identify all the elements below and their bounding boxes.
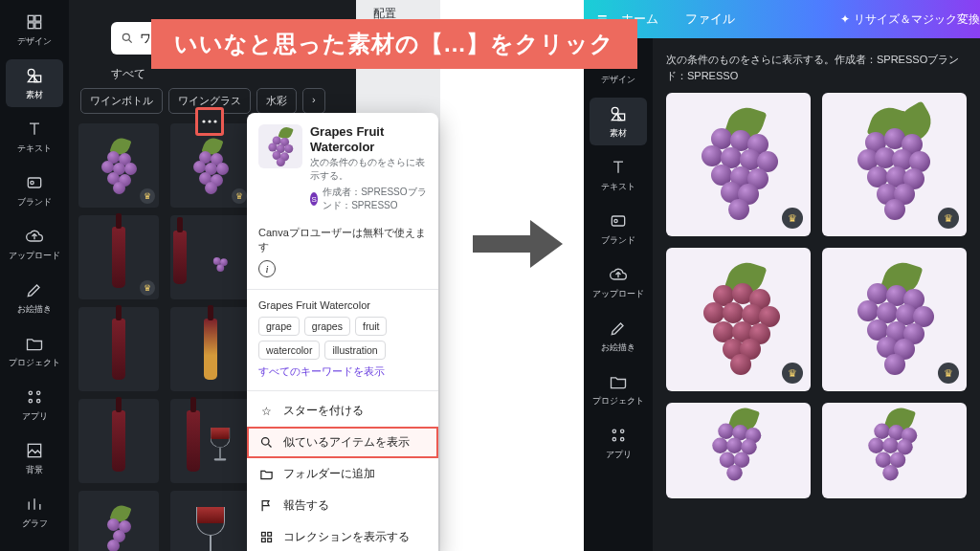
similar-thumb[interactable]: ♛ [666,248,811,391]
top-resize-magic[interactable]: リサイズ＆マジック変換 [840,11,980,28]
popup-condition[interactable]: 次の条件のものをさらに表示する。 [310,156,427,183]
element-context-popup: Grapes Fruit Watercolor 次の条件のものをさらに表示する。… [247,113,438,551]
svg-rect-2 [28,23,33,29]
rail-draw[interactable]: お絵描き [6,274,63,321]
similar-thumb[interactable] [666,403,811,498]
rail-brand[interactable]: ブランド [6,166,63,214]
tag[interactable]: watercolor [258,341,320,360]
element-thumb[interactable] [170,399,251,483]
rail-label: 素材 [610,127,627,140]
rail-upload[interactable]: アップロード [590,258,647,306]
element-thumb[interactable] [78,399,159,483]
popup-author[interactable]: S 作成者：SPRESSOブランド：SPRESSO [310,186,427,212]
pencil-icon [608,318,629,339]
svg-point-26 [612,107,618,114]
menu-show-similar[interactable]: 似ているアイテムを表示 [247,427,438,458]
filter-all[interactable]: すべて [111,66,145,82]
chip-wine-bottle[interactable]: ワインボトル [80,88,163,114]
cloud-upload-icon [608,264,629,285]
rail-projects[interactable]: プロジェクト [590,365,647,413]
apps-icon [24,386,45,408]
popup-thumbnail [258,124,302,168]
pro-crown-icon: ♛ [782,363,803,384]
rail-text[interactable]: テキスト [6,113,63,161]
popup-pro-note: Canvaプロユーザーは無料で使えます [247,220,438,256]
rail-label: 背景 [26,464,43,476]
element-thumb[interactable] [78,491,159,551]
svg-point-9 [37,391,40,394]
shapes-icon [24,65,45,86]
show-all-keywords-link[interactable]: すべてのキーワードを表示 [247,365,438,386]
svg-point-32 [612,438,615,441]
chip-watercolor[interactable]: 水彩 [256,88,297,114]
rail-text[interactable]: テキスト [590,151,647,199]
similar-thumb[interactable]: ♛ [822,93,967,236]
svg-point-7 [31,181,33,184]
element-thumb[interactable]: ♛ [78,215,159,299]
similar-thumb[interactable] [822,403,967,498]
similar-thumb[interactable]: ♛ [666,93,811,236]
right-topbar: ≡ ホーム ファイル リサイズ＆マジック変換 [584,0,980,38]
rail-design[interactable]: デザイン [6,6,63,54]
svg-point-10 [29,400,32,403]
element-thumb[interactable]: ♛ [78,123,159,208]
author-line: 作成者：SPRESSOブランド：SPRESSO [323,186,427,212]
rail-label: ブランド [601,234,635,247]
menu-add-folder[interactable]: フォルダーに追加 [247,458,438,490]
popup-info-button[interactable]: i [247,256,438,285]
rail-label: グラフ [22,518,48,530]
similar-grid: ♛ ♛ ♛ [653,93,980,498]
pro-crown-icon: ♛ [938,208,959,229]
search-icon [121,32,134,45]
apps-icon [608,425,629,446]
rail-apps[interactable]: アプリ [590,419,647,467]
rail-label: 素材 [26,89,43,101]
rail-upload[interactable]: アップロード [6,220,63,268]
pro-crown-icon: ♛ [140,188,155,204]
element-more-button[interactable] [195,107,224,136]
svg-point-29 [614,219,617,222]
tag[interactable]: fruit [355,317,388,336]
tag[interactable]: illustration [324,341,385,360]
menu-label: コレクションを表示する [283,529,410,545]
search-icon [258,435,274,451]
element-thumb[interactable] [78,307,159,391]
rail-label: プロジェクト [9,357,60,369]
similar-thumb[interactable]: ♛ [822,248,967,391]
rail-label: デザイン [17,35,52,48]
rail-label: お絵描き [17,303,52,316]
rail-label: デザイン [601,74,635,86]
brand-icon [24,172,45,193]
rail-elements[interactable]: 素材 [590,98,647,145]
menu-collection[interactable]: コレクションを表示する [247,521,438,551]
tag[interactable]: grapes [304,317,350,336]
element-thumb[interactable] [170,307,251,391]
element-thumb[interactable] [170,215,251,299]
pencil-icon [24,279,45,300]
rail-label: テキスト [601,181,635,193]
element-thumb[interactable] [170,491,251,551]
chip-more[interactable]: › [302,88,325,114]
rail-background[interactable]: 背景 [6,434,63,482]
rail-projects[interactable]: プロジェクト [6,327,63,375]
rail-charts[interactable]: グラフ [6,488,63,536]
menu-report[interactable]: 報告する [247,490,438,521]
svg-point-33 [621,438,624,441]
menu-star[interactable]: ☆ スターを付ける [247,395,438,427]
top-file[interactable]: ファイル [685,11,735,28]
element-thumb[interactable]: ♛ [170,123,251,208]
rail-brand[interactable]: ブランド [590,205,647,253]
svg-rect-18 [261,533,265,537]
rail-draw[interactable]: お絵描き [590,312,647,360]
folder-add-icon [258,467,274,482]
svg-rect-20 [261,539,265,542]
dots-icon [201,119,218,124]
left-rail: デザイン 素材 テキスト ブランド アップロード お絵描き プロジェクト アプ [0,0,69,551]
rail-apps[interactable]: アプリ [6,381,63,429]
pro-crown-icon: ♛ [938,363,959,384]
tag[interactable]: grape [258,317,300,336]
brand-icon [608,210,629,231]
popup-asset-label: Grapes Fruit Watercolor [247,294,438,317]
rail-label: プロジェクト [592,395,644,408]
rail-elements[interactable]: 素材 [6,59,63,107]
